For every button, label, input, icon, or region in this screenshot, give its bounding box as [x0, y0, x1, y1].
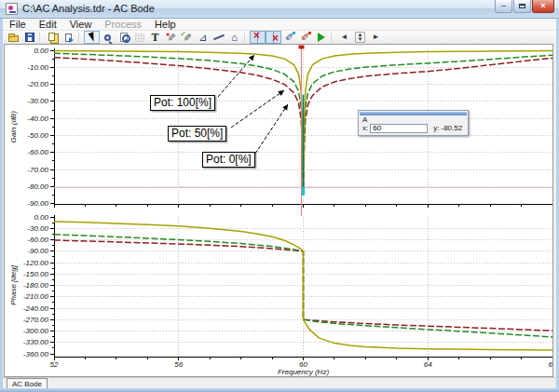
annotation-pot-0[interactable]: Pot: 0[%] [202, 152, 255, 168]
y-axis-title: Gain (dB) [9, 111, 18, 143]
pen-blue-icon: ✐ [285, 32, 293, 43]
marker-pen-red-button[interactable]: ✐ [297, 31, 313, 44]
menu-file[interactable]: File [3, 19, 33, 31]
x-tick-label: 68 [549, 360, 552, 369]
y-tick-label: 0.00 [34, 47, 48, 55]
y-tick-label: -120.00 [23, 259, 49, 267]
y-tick-label: -40.00 [27, 115, 48, 123]
ruler-tool-button[interactable]: ⊿ [195, 31, 211, 44]
cursor-x-label: x: [362, 123, 368, 133]
y-tick-label: -330.00 [23, 338, 49, 346]
open-file-button[interactable] [6, 31, 21, 44]
y-tick-label: -70.00 [27, 166, 48, 174]
window-controls: – × [495, 0, 554, 13]
spinner-icon: ▲▼ [355, 32, 366, 43]
annotation-arrow [231, 90, 284, 128]
export-page-button[interactable] [61, 31, 76, 44]
line-tool-button[interactable] [211, 31, 226, 44]
y-axis-title: Phase [deg] [9, 264, 18, 304]
pen-red-icon: ✐ [301, 32, 309, 43]
cursor-y-value: -80.52 [441, 123, 462, 133]
window-border-bottom [0, 388, 559, 392]
cursor-b-toggle-button[interactable] [266, 31, 281, 44]
select-cursor-button[interactable] [84, 31, 100, 44]
menubar: File Edit View Process Help [3, 19, 556, 31]
window-title: C:\AC Analysis.tdr - AC Bode [22, 3, 155, 14]
probe-icon: ✎ [166, 33, 177, 41]
marker-pen-blue-button[interactable]: ✐ [281, 31, 297, 44]
y-tick-label: -180.00 [23, 281, 49, 290]
polygon-icon: ⌂ [231, 32, 238, 43]
value-spinner-button[interactable]: ▲▼ [352, 31, 368, 44]
step-forward-button[interactable]: ► [368, 31, 384, 44]
x-tick-label: 56 [174, 360, 183, 369]
y-tick-label: -50.00 [27, 131, 48, 140]
cursor-x-input[interactable] [370, 124, 428, 133]
y-tick-label: -210.00 [23, 292, 49, 301]
y-tick-label: -90.00 [27, 247, 48, 255]
maximize-button[interactable] [513, 0, 531, 13]
grid-toggle-button [131, 31, 147, 44]
arrow-left-small-icon: ◄ [341, 33, 348, 42]
annotation-arrowhead [282, 104, 288, 111]
close-button[interactable]: × [532, 0, 554, 13]
y-tick-label: -300.00 [23, 327, 49, 335]
x-tick-label: 52 [50, 360, 59, 369]
window-border-left [0, 19, 3, 388]
y-tick-label: -30.00 [27, 97, 48, 105]
tab-bar: AC Bode [3, 377, 556, 388]
magnifier-icon [104, 34, 111, 41]
cursor-panel-titlebar[interactable] [360, 112, 467, 115]
y-tick-label: -10.00 [27, 63, 48, 72]
annotation-arrow [255, 104, 288, 154]
step-back-button[interactable]: ◄ [336, 31, 352, 44]
app-window: C:\AC Analysis.tdr - AC Bode – × File Ed… [0, 0, 559, 392]
minimize-button[interactable]: – [495, 0, 512, 13]
x-axis-title: Frequency (Hz) [278, 368, 329, 376]
copy-pages-icon [48, 33, 55, 41]
set-square-icon: ⊿ [198, 32, 207, 43]
cursor-info-panel[interactable]: A x: y: -80.52 [358, 110, 469, 136]
line-icon [213, 34, 225, 40]
bode-plot-panel: 0.00-10.00-20.00-30.00-40.00-50.00-60.00… [4, 44, 553, 377]
y-tick-label: -60.00 [27, 236, 48, 244]
y-tick-label: -90.00 [27, 199, 48, 208]
folder-open-icon [8, 35, 19, 42]
y-tick-label: -60.00 [27, 148, 48, 156]
arrow-right-small-icon: ► [373, 33, 380, 42]
polygon-tool-button[interactable]: ⌂ [226, 31, 242, 44]
cursor-a-toggle-button[interactable] [250, 31, 266, 44]
play-icon [318, 33, 325, 42]
magnifier-doc-icon [120, 33, 128, 42]
y-tick-label: -20.00 [27, 80, 48, 88]
probe-tool-button[interactable]: ✎ [163, 31, 179, 44]
toolbar: T✎✎⊿⌂✐✐◄▲▼► [3, 31, 556, 44]
y-tick-label: -270.00 [23, 316, 49, 324]
y-tick-label: -30.00 [27, 224, 48, 233]
titlebar[interactable]: C:\AC Analysis.tdr - AC Bode – × [0, 0, 559, 19]
annotation-pot-100[interactable]: Pot: 100[%] [150, 95, 215, 111]
text-tool-button[interactable]: T [147, 31, 163, 44]
menu-view[interactable]: View [63, 19, 99, 31]
menu-help[interactable]: Help [148, 19, 183, 31]
zoom-window-button[interactable] [116, 31, 131, 44]
run-button[interactable] [313, 31, 329, 44]
menu-process: Process [98, 19, 148, 31]
annotation-arrowhead [278, 90, 284, 96]
copy-button[interactable] [45, 31, 61, 44]
trace-cursor-b-icon [267, 32, 280, 44]
page-arrow-icon [65, 34, 72, 42]
zoom-in-button[interactable] [100, 31, 116, 44]
probe-check-tool-button[interactable]: ✎ [179, 31, 195, 44]
arrow-pointer-icon [88, 32, 96, 42]
y-tick-label: -360.00 [23, 350, 49, 358]
probe-check-icon: ✎ [182, 33, 193, 41]
cursor-y-label: y: [433, 123, 439, 133]
annotation-pot-50[interactable]: Pot: 50[%] [168, 126, 226, 142]
save-file-button[interactable] [21, 31, 37, 44]
y-tick-label: -240.00 [23, 304, 49, 313]
menu-edit[interactable]: Edit [33, 19, 63, 31]
x-tick-label: 64 [424, 360, 432, 369]
floppy-icon [25, 33, 34, 42]
bode-chart: 0.00-10.00-20.00-30.00-40.00-50.00-60.00… [5, 45, 552, 376]
